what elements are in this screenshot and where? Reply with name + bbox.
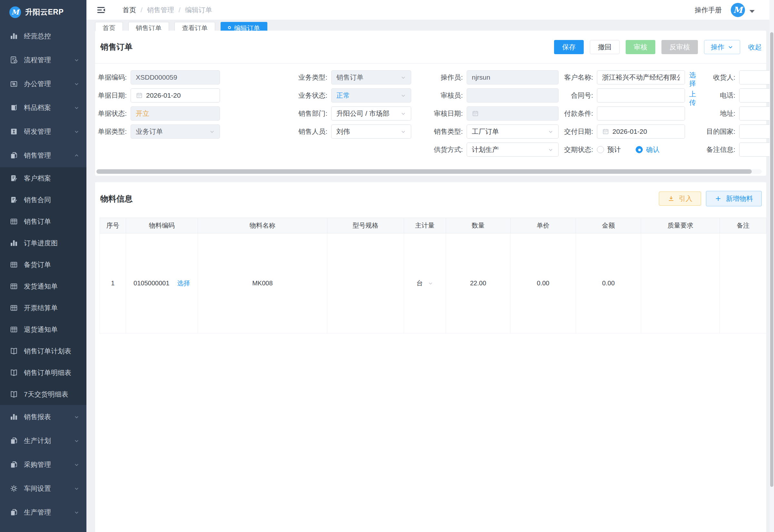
column-header: 金额 <box>576 218 641 233</box>
sidebar-item-order-detail-report[interactable]: 销售订单明细表 <box>0 362 86 383</box>
sale-type-select[interactable]: 工厂订单 <box>467 124 559 139</box>
radio-estimate[interactable]: 预计 <box>597 145 621 154</box>
sidebar-item-rd-mgmt[interactable]: 研发管理 <box>0 120 86 143</box>
bar-chart-icon <box>10 32 18 40</box>
customer-select-link[interactable]: 选择 <box>689 71 697 88</box>
sidebar-item-label: 销售合同 <box>24 195 79 204</box>
tab-view-order[interactable]: 查看订单 <box>174 22 215 31</box>
sales-dept-select[interactable]: 升阳公司 / 市场部 <box>331 106 411 121</box>
materials-panel: 物料信息 引入 新增物料 序号 物料编码 物料名称 型号规格 <box>95 182 766 532</box>
sidebar-item-label: 流程管理 <box>24 55 74 64</box>
receiver-input[interactable] <box>739 70 774 84</box>
tab-edit-order[interactable]: 编辑订单 <box>221 22 267 31</box>
price-cell[interactable]: 0.00 <box>511 233 576 333</box>
doc-date-input[interactable]: 2026-01-20 <box>131 88 220 103</box>
tab-home[interactable]: 首页 <box>95 22 123 31</box>
destination-country-input[interactable] <box>739 124 774 139</box>
audit-date-input[interactable] <box>467 106 559 121</box>
sidebar-item-stock-order[interactable]: 备货订单 <box>0 254 86 275</box>
collapse-panel-link[interactable]: 收起 <box>748 43 762 52</box>
withdraw-button[interactable]: 撤回 <box>590 40 620 54</box>
sidebar-item-label: 生产管理 <box>24 508 74 517</box>
sidebar-item-process-mgmt[interactable]: 流程管理 <box>0 48 86 72</box>
user-menu-caret-icon[interactable] <box>749 10 755 13</box>
tab-sales-order[interactable]: 销售订单 <box>128 22 169 31</box>
sidebar-item-purchase-mgmt[interactable]: 采购管理 <box>0 453 86 477</box>
add-material-button[interactable]: 新增物料 <box>706 191 762 206</box>
sidebar-item-office-mgmt[interactable]: 办公管理 <box>0 72 86 96</box>
payment-terms-input[interactable] <box>597 106 685 121</box>
page-scrollbar-thumb[interactable] <box>770 32 773 487</box>
remark-textarea[interactable] <box>739 143 774 157</box>
calendar-icon <box>136 92 143 99</box>
table-grid-icon <box>10 325 18 334</box>
sidebar-item-business-overview[interactable]: 经营总控 <box>0 24 86 48</box>
chevron-down-icon <box>548 129 553 134</box>
contract-no-input[interactable] <box>597 88 685 103</box>
horizontal-scrollbar-thumb[interactable] <box>96 169 752 174</box>
customer-name-input[interactable]: 浙江裕兴不动产经纪有限公司 <box>597 70 685 84</box>
auditor-input[interactable] <box>467 88 559 103</box>
avatar[interactable]: M <box>731 3 745 17</box>
seq-cell: 1 <box>100 233 126 333</box>
sidebar-item-material-archive[interactable]: 料品档案 <box>0 96 86 120</box>
sidebar-item-7day-delivery-report[interactable]: 7天交货明细表 <box>0 383 86 405</box>
operator-input[interactable]: njrsun <box>467 70 559 84</box>
material-name-cell[interactable]: MK008 <box>198 233 327 333</box>
doc-type-select[interactable]: 业务订单 <box>131 124 220 139</box>
sidebar-item-customer-archive[interactable]: 客户档案 <box>0 167 86 189</box>
sidebar-item-production-plan[interactable]: 生产计划 <box>0 429 86 453</box>
sidebar-item-shipping-notice[interactable]: 发货通知单 <box>0 275 86 297</box>
audit-button[interactable]: 审核 <box>626 40 655 54</box>
unit-cell[interactable]: 台 <box>404 233 446 333</box>
phone-input[interactable] <box>739 88 774 103</box>
delivery-date-input[interactable]: 2026-01-20 <box>597 124 685 139</box>
save-button[interactable]: 保存 <box>554 40 584 54</box>
more-actions-button[interactable]: 操作 <box>704 40 740 54</box>
sidebar-item-sales-contract[interactable]: 销售合同 <box>0 189 86 211</box>
chevron-down-icon <box>74 438 79 444</box>
manual-link[interactable]: 操作手册 <box>695 5 722 15</box>
page-scrollbar[interactable] <box>769 0 774 532</box>
sidebar-item-order-progress[interactable]: 订单进度图 <box>0 232 86 254</box>
select-material-link[interactable]: 选择 <box>177 279 190 288</box>
chevron-down-icon <box>209 129 215 134</box>
sidebar-item-return-notice[interactable]: 退货通知单 <box>0 319 86 340</box>
app-logo[interactable]: M 升阳云ERP <box>0 0 86 24</box>
unaudit-button[interactable]: 反审核 <box>661 40 698 54</box>
quantity-cell[interactable]: 22.00 <box>446 233 510 333</box>
remark-cell[interactable] <box>720 233 767 333</box>
doc-status-input[interactable]: 开立 <box>131 106 220 121</box>
breadcrumb-sales-mgmt[interactable]: 销售管理 <box>147 5 174 15</box>
spec-cell[interactable] <box>327 233 404 333</box>
menu-fold-icon[interactable] <box>96 5 106 15</box>
chevron-down-icon <box>74 462 79 468</box>
office-icon <box>10 80 18 88</box>
sidebar-item-order-plan-report[interactable]: 销售订单计划表 <box>0 340 86 362</box>
radio-confirm[interactable]: 确认 <box>636 145 660 154</box>
sidebar-item-sales-mgmt[interactable]: 销售管理 <box>0 143 86 167</box>
sidebar-item-production-mgmt[interactable]: 生产管理 <box>0 500 86 524</box>
customer-upload-link[interactable]: 上传 <box>689 90 697 107</box>
supply-mode-select[interactable]: 计划生产 <box>467 143 559 157</box>
doc-edit-icon <box>10 196 18 204</box>
sidebar-item-workshop-settings[interactable]: 车间设置 <box>0 477 86 500</box>
sidebar-item-sales-order[interactable]: 销售订单 <box>0 211 86 232</box>
field-label: 备注信息: <box>701 145 735 154</box>
breadcrumb-home[interactable]: 首页 <box>123 5 136 15</box>
sidebar-item-invoice-settlement[interactable]: 开票结算单 <box>0 297 86 319</box>
sidebar-item-label: 研发管理 <box>24 127 74 136</box>
address-input[interactable] <box>739 106 774 121</box>
biz-type-select[interactable]: 销售订单 <box>331 70 411 84</box>
field-label: 业务状态: <box>292 91 327 100</box>
import-button[interactable]: 引入 <box>659 192 701 206</box>
horizontal-scrollbar[interactable] <box>96 169 762 174</box>
sidebar-item-sales-report[interactable]: 销售报表 <box>0 405 86 429</box>
doc-code-input[interactable]: XSDD000059 <box>131 70 220 84</box>
sidebar-item-machining-workshop[interactable]: 加工车间 <box>0 524 86 532</box>
salesman-select[interactable]: 刘伟 <box>331 124 411 139</box>
field-label: 单据状态: <box>97 109 127 118</box>
biz-status-select[interactable]: 正常 <box>331 88 411 103</box>
quality-cell[interactable] <box>641 233 720 333</box>
sidebar-item-label: 备货订单 <box>24 260 79 269</box>
